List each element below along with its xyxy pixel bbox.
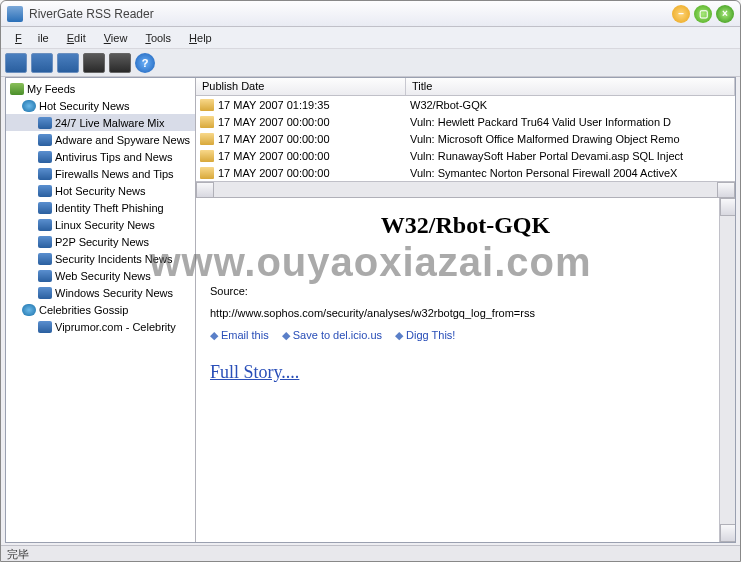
- feed-icon: [38, 134, 52, 146]
- toolbar-button-1[interactable]: [5, 53, 27, 73]
- row-date: 17 MAY 2007 00:00:00: [218, 167, 410, 179]
- list-row[interactable]: 17 MAY 2007 01:19:35W32/Rbot-GQK: [196, 96, 735, 113]
- toolbar-button-2[interactable]: [31, 53, 53, 73]
- source-label: Source:: [210, 285, 248, 297]
- feed-icon: [38, 270, 52, 282]
- bullet-icon: ◆: [395, 329, 403, 341]
- article-source: Source: http://www.sophos.com/security/a…: [210, 279, 721, 323]
- app-icon: [7, 6, 23, 22]
- tree-item-label: P2P Security News: [55, 236, 149, 248]
- col-publish-date[interactable]: Publish Date: [196, 78, 406, 95]
- window-title: RiverGate RSS Reader: [29, 7, 668, 21]
- tree-item-label: 24/7 Live Malware Mix: [55, 117, 164, 129]
- globe-icon: [22, 100, 36, 112]
- maximize-button[interactable]: ▢: [694, 5, 712, 23]
- feed-icon: [38, 151, 52, 163]
- list-row[interactable]: 17 MAY 2007 00:00:00Vuln: Hewlett Packar…: [196, 113, 735, 130]
- feed-icon: [38, 287, 52, 299]
- tree-root-label: My Feeds: [27, 83, 75, 95]
- col-title[interactable]: Title: [406, 78, 735, 95]
- bullet-icon: ◆: [282, 329, 290, 341]
- tree-group-label: Hot Security News: [39, 100, 129, 112]
- item-icon: [200, 167, 214, 179]
- toolbar: ?: [1, 49, 740, 77]
- menu-edit[interactable]: Edit: [59, 30, 94, 46]
- source-url: http://www.sophos.com/security/analyses/…: [210, 307, 535, 319]
- minimize-button[interactable]: –: [672, 5, 690, 23]
- list-row[interactable]: 17 MAY 2007 00:00:00Vuln: Symantec Norto…: [196, 164, 735, 181]
- list-row[interactable]: 17 MAY 2007 00:00:00Vuln: RunawaySoft Ha…: [196, 147, 735, 164]
- tree-item-label: Hot Security News: [55, 185, 145, 197]
- email-link[interactable]: Email this: [221, 329, 269, 341]
- menu-view[interactable]: View: [96, 30, 136, 46]
- statusbar: 完毕: [1, 545, 740, 561]
- row-date: 17 MAY 2007 00:00:00: [218, 150, 410, 162]
- tree-item-adware[interactable]: Adware and Spyware News: [6, 131, 195, 148]
- main-area: My Feeds Hot Security News 24/7 Live Mal…: [5, 77, 736, 543]
- close-button[interactable]: ×: [716, 5, 734, 23]
- row-title: Vuln: RunawaySoft Haber Portal Devami.as…: [410, 150, 735, 162]
- tree-group-hot-security[interactable]: Hot Security News: [6, 97, 195, 114]
- tree-item-label: Web Security News: [55, 270, 151, 282]
- tree-item-label: Viprumor.com - Celebrity: [55, 321, 176, 333]
- feed-icon: [38, 219, 52, 231]
- feed-icon: [38, 202, 52, 214]
- tree-item-incidents[interactable]: Security Incidents News: [6, 250, 195, 267]
- article-content: W32/Rbot-GQK Source: http://www.sophos.c…: [196, 198, 735, 542]
- digg-link[interactable]: Digg This!: [406, 329, 455, 341]
- vertical-scrollbar[interactable]: [719, 198, 735, 542]
- delicious-link[interactable]: Save to del.icio.us: [293, 329, 382, 341]
- tree-item-viprumor[interactable]: Viprumor.com - Celebrity: [6, 318, 195, 335]
- tree-item-antivirus[interactable]: Antivirus Tips and News: [6, 148, 195, 165]
- feed-icon: [38, 236, 52, 248]
- menu-file[interactable]: File: [7, 30, 57, 46]
- tree-item-malware-mix[interactable]: 24/7 Live Malware Mix: [6, 114, 195, 131]
- row-date: 17 MAY 2007 00:00:00: [218, 116, 410, 128]
- row-title: Vuln: Symantec Norton Personal Firewall …: [410, 167, 735, 179]
- feed-icon: [38, 168, 52, 180]
- article-list: Publish Date Title 17 MAY 2007 01:19:35W…: [196, 78, 735, 198]
- tree-item-firewalls[interactable]: Firewalls News and Tips: [6, 165, 195, 182]
- menu-tools[interactable]: Tools: [137, 30, 179, 46]
- tree-item-hot-security[interactable]: Hot Security News: [6, 182, 195, 199]
- list-header: Publish Date Title: [196, 78, 735, 96]
- menu-help[interactable]: Help: [181, 30, 220, 46]
- feed-icon: [38, 253, 52, 265]
- list-rows: 17 MAY 2007 01:19:35W32/Rbot-GQK 17 MAY …: [196, 96, 735, 181]
- row-title: W32/Rbot-GQK: [410, 99, 735, 111]
- toolbar-button-3[interactable]: [57, 53, 79, 73]
- list-row[interactable]: 17 MAY 2007 00:00:00Vuln: Microsoft Offi…: [196, 130, 735, 147]
- tree-root[interactable]: My Feeds: [6, 80, 195, 97]
- item-icon: [200, 116, 214, 128]
- row-title: Vuln: Hewlett Packard Tru64 Valid User I…: [410, 116, 735, 128]
- tree-item-windows[interactable]: Windows Security News: [6, 284, 195, 301]
- tree-item-label: Antivirus Tips and News: [55, 151, 172, 163]
- help-icon[interactable]: ?: [135, 53, 155, 73]
- feeds-icon: [10, 83, 24, 95]
- tree-group-celebrities[interactable]: Celebrities Gossip: [6, 301, 195, 318]
- item-icon: [200, 99, 214, 111]
- sidebar: My Feeds Hot Security News 24/7 Live Mal…: [6, 78, 196, 542]
- tree-item-linux[interactable]: Linux Security News: [6, 216, 195, 233]
- toolbar-button-4[interactable]: [83, 53, 105, 73]
- menubar: File Edit View Tools Help: [1, 27, 740, 49]
- horizontal-scrollbar[interactable]: [196, 181, 735, 197]
- article-heading: W32/Rbot-GQK: [210, 212, 721, 239]
- tree-item-web-security[interactable]: Web Security News: [6, 267, 195, 284]
- row-date: 17 MAY 2007 01:19:35: [218, 99, 410, 111]
- tree-item-p2p[interactable]: P2P Security News: [6, 233, 195, 250]
- status-text: 完毕: [7, 548, 29, 560]
- toolbar-button-5[interactable]: [109, 53, 131, 73]
- item-icon: [200, 150, 214, 162]
- tree-item-label: Windows Security News: [55, 287, 173, 299]
- tree-item-identity-theft[interactable]: Identity Theft Phishing: [6, 199, 195, 216]
- tree-item-label: Adware and Spyware News: [55, 134, 190, 146]
- feed-tree: My Feeds Hot Security News 24/7 Live Mal…: [6, 78, 195, 337]
- tree-item-label: Firewalls News and Tips: [55, 168, 174, 180]
- full-story-link[interactable]: Full Story....: [210, 362, 721, 383]
- feed-icon: [38, 117, 52, 129]
- article-actions: ◆Email this ◆Save to del.icio.us ◆Digg T…: [210, 329, 721, 342]
- tree-item-label: Security Incidents News: [55, 253, 172, 265]
- row-title: Vuln: Microsoft Office Malformed Drawing…: [410, 133, 735, 145]
- item-icon: [200, 133, 214, 145]
